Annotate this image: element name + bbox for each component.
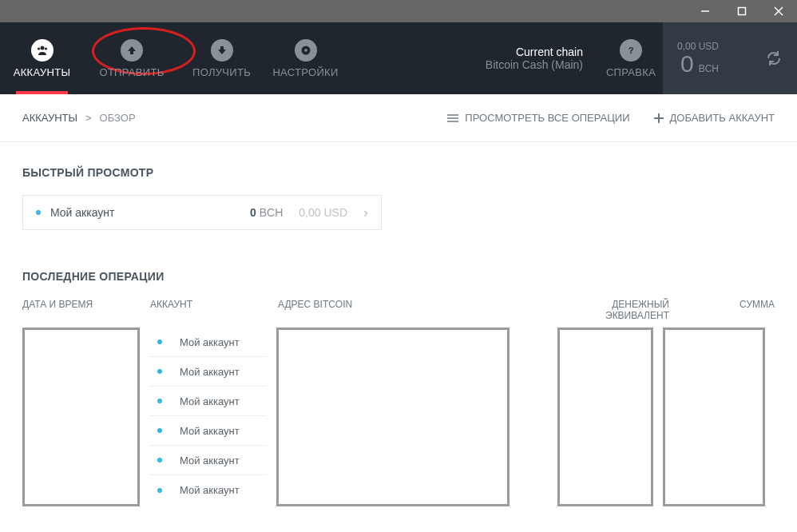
sub-header: АККАУНТЫ > ОБЗОР ПРОСМОТРЕТЬ ВСЕ ОПЕРАЦИ… xyxy=(0,94,797,142)
table-row[interactable]: Мой аккаунт xyxy=(149,357,267,387)
users-icon xyxy=(31,39,54,62)
quickview-balance-bch: 0 BCH xyxy=(250,206,283,219)
arrow-down-icon xyxy=(211,39,233,62)
nav-settings-label: НАСТРОЙКИ xyxy=(272,66,338,78)
status-dot-icon xyxy=(157,488,162,493)
quickview-title: БЫСТРЫЙ ПРОСМОТР xyxy=(22,166,775,179)
nav-accounts[interactable]: АККАУНТЫ xyxy=(0,22,84,94)
chevron-right-icon: › xyxy=(363,204,368,221)
redacted-equiv-block xyxy=(557,328,653,506)
col-header-equiv: ДЕНЕЖНЫЙ ЭКВИВАЛЕНТ xyxy=(549,299,669,321)
status-dot-icon xyxy=(36,210,41,215)
main-nav: АККАУНТЫ ОТПРАВИТЬ ПОЛУЧИТЬ НАСТРОЙКИ xyxy=(0,22,347,94)
svg-text:?: ? xyxy=(628,46,634,55)
table-row[interactable]: Мой аккаунт xyxy=(149,446,267,475)
col-header-address: АДРЕС BITCOIN xyxy=(278,299,549,321)
transactions-account-column: Мой аккаунт Мой аккаунт Мой аккаунт Мой … xyxy=(149,328,267,505)
col-header-account: АККАУНТ xyxy=(150,299,278,321)
table-row[interactable]: Мой аккаунт xyxy=(149,387,267,416)
minimize-button[interactable] xyxy=(687,0,724,22)
plus-icon xyxy=(654,113,664,123)
chain-name: Bitcoin Cash (Main) xyxy=(486,58,583,71)
col-header-date: ДАТА И ВРЕМЯ xyxy=(22,299,150,321)
breadcrumb-sep: > xyxy=(85,112,92,124)
help-icon: ? xyxy=(620,39,642,62)
svg-point-5 xyxy=(37,47,39,50)
list-icon xyxy=(447,113,458,123)
close-icon xyxy=(774,6,783,16)
arrow-up-icon xyxy=(121,39,143,62)
status-dot-icon xyxy=(157,428,162,433)
table-row[interactable]: Мой аккаунт xyxy=(149,416,267,446)
txn-account-name: Мой аккаунт xyxy=(180,425,240,437)
table-row[interactable]: Мой аккаунт xyxy=(149,475,267,505)
chain-info: Current chain Bitcoin Cash (Main) xyxy=(486,22,599,94)
redacted-date-block xyxy=(22,328,140,506)
add-account-button[interactable]: ДОБАВИТЬ АККАУНТ xyxy=(654,112,775,124)
txn-account-name: Мой аккаунт xyxy=(180,366,240,378)
breadcrumb: АККАУНТЫ > ОБЗОР xyxy=(22,112,136,124)
nav-send-label: ОТПРАВИТЬ xyxy=(99,66,164,78)
nav-settings[interactable]: НАСТРОЙКИ xyxy=(264,22,347,94)
transactions-body: Мой аккаунт Мой аккаунт Мой аккаунт Мой … xyxy=(22,328,775,506)
minimize-icon xyxy=(700,6,710,16)
svg-point-6 xyxy=(44,47,46,50)
chain-label: Current chain xyxy=(516,46,583,58)
status-dot-icon xyxy=(157,369,162,374)
refresh-button[interactable] xyxy=(765,50,783,67)
svg-point-8 xyxy=(304,49,307,52)
maximize-icon xyxy=(737,6,747,16)
quickview-account-name: Мой аккаунт xyxy=(50,206,250,219)
view-all-label: ПРОСМОТРЕТЬ ВСЕ ОПЕРАЦИИ xyxy=(465,112,629,124)
transactions-header-row: ДАТА И ВРЕМЯ АККАУНТ АДРЕС BITCOIN ДЕНЕЖ… xyxy=(22,299,775,321)
txn-account-name: Мой аккаунт xyxy=(180,484,240,496)
txn-account-name: Мой аккаунт xyxy=(180,336,240,348)
balance-panel: 0,00 USD 0 BCH xyxy=(663,22,797,94)
refresh-icon xyxy=(765,50,783,67)
nav-help[interactable]: ? СПРАВКА xyxy=(599,22,663,94)
nav-send[interactable]: ОТПРАВИТЬ xyxy=(84,22,180,94)
add-account-label: ДОБАВИТЬ АККАУНТ xyxy=(670,112,775,124)
nav-receive-label: ПОЛУЧИТЬ xyxy=(192,66,251,78)
nav-receive[interactable]: ПОЛУЧИТЬ xyxy=(180,22,264,94)
content-area: БЫСТРЫЙ ПРОСМОТР Мой аккаунт 0 BCH 0,00 … xyxy=(0,142,797,532)
nav-help-label: СПРАВКА xyxy=(606,66,656,78)
col-header-sum: СУММА xyxy=(695,299,775,321)
close-button[interactable] xyxy=(760,0,797,22)
gear-icon xyxy=(295,39,317,62)
breadcrumb-root[interactable]: АККАУНТЫ xyxy=(22,112,77,124)
nav-accounts-label: АККАУНТЫ xyxy=(14,66,70,78)
status-dot-icon xyxy=(157,399,162,403)
window-titlebar xyxy=(0,0,797,22)
quickview-account-row[interactable]: Мой аккаунт 0 BCH 0,00 USD › xyxy=(22,195,382,230)
status-dot-icon xyxy=(157,339,162,344)
view-all-transactions-button[interactable]: ПРОСМОТРЕТЬ ВСЕ ОПЕРАЦИИ xyxy=(447,112,629,124)
table-row[interactable]: Мой аккаунт xyxy=(149,328,267,357)
maximize-button[interactable] xyxy=(724,0,760,22)
last-operations-title: ПОСЛЕДНИЕ ОПЕРАЦИИ xyxy=(22,270,775,283)
quickview-balance-usd: 0,00 USD xyxy=(299,206,347,219)
redacted-sum-block xyxy=(663,328,765,506)
app-header: АККАУНТЫ ОТПРАВИТЬ ПОЛУЧИТЬ НАСТРОЙКИ Cu… xyxy=(0,22,797,94)
status-dot-icon xyxy=(157,458,162,463)
svg-rect-1 xyxy=(739,8,746,15)
balance-currency: BCH xyxy=(699,63,719,74)
balance-amount: 0 xyxy=(680,52,694,76)
txn-account-name: Мой аккаунт xyxy=(180,395,240,407)
txn-account-name: Мой аккаунт xyxy=(180,455,240,466)
redacted-address-block xyxy=(276,328,510,506)
balance-figures: 0,00 USD 0 BCH xyxy=(677,41,719,76)
svg-point-4 xyxy=(40,46,44,50)
breadcrumb-current: ОБЗОР xyxy=(100,112,136,124)
